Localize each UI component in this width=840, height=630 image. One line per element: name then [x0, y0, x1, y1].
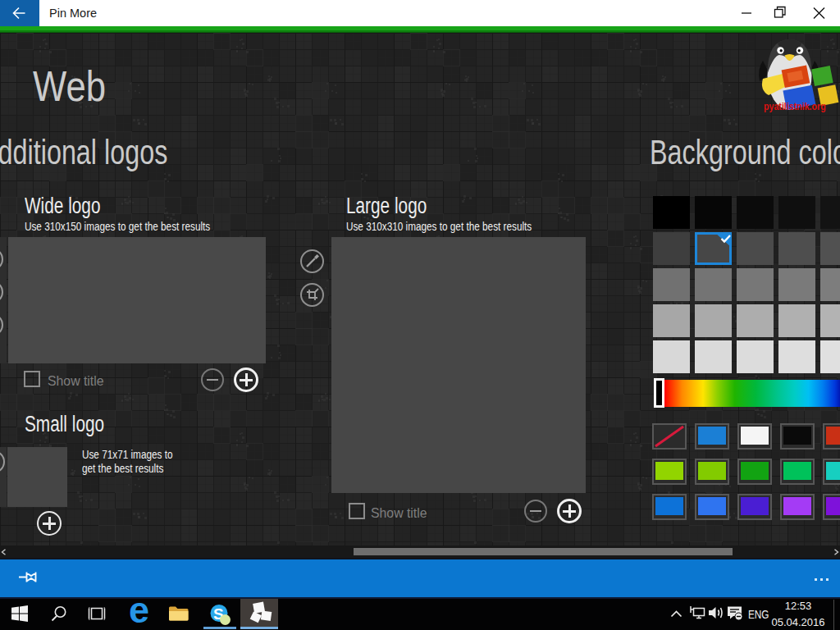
svg-text:e: e: [129, 596, 149, 626]
svg-text:pyatilistnik.org: pyatilistnik.org: [764, 100, 826, 112]
